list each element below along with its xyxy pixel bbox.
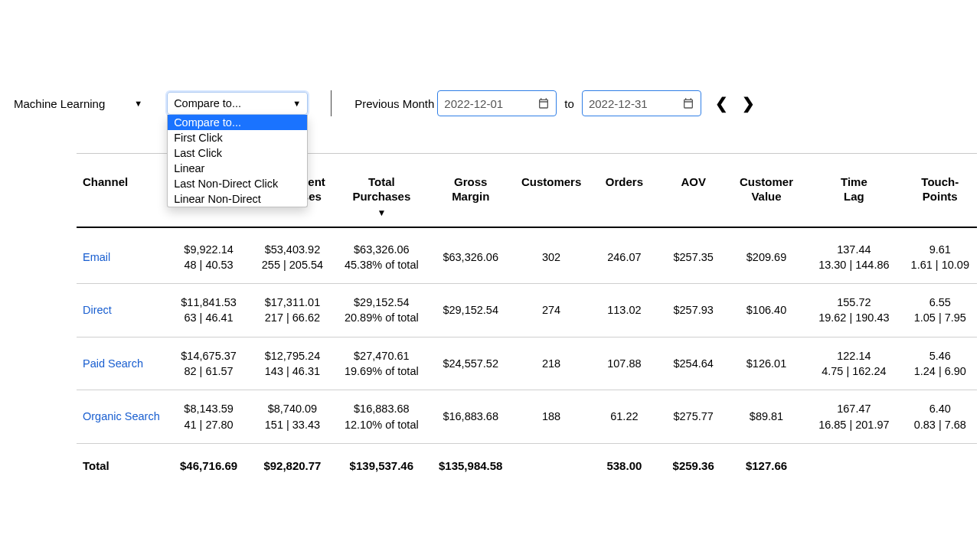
- total-purchases-cell: $16,883.6812.10% of total: [335, 390, 428, 444]
- date-to-input[interactable]: 2022-12-31: [582, 90, 701, 116]
- total-cell: $46,716.69: [167, 443, 250, 487]
- date-from-input[interactable]: 2022-12-01: [437, 90, 557, 116]
- total-cell: $135,984.58: [429, 443, 513, 487]
- previous-month-label: Previous Month: [354, 97, 434, 110]
- total-cell: $127.66: [728, 443, 805, 487]
- total-purchases-cell: $27,470.6119.69% of total: [335, 337, 428, 390]
- time-lag-cell: 167.4716.85 | 201.97: [805, 390, 903, 444]
- prev-period-button[interactable]: ❮: [715, 94, 728, 112]
- gross-margin-cell: $16,883.68: [429, 390, 513, 444]
- gross-margin-cell: $29,152.54: [429, 284, 513, 337]
- orders-cell: 113.02: [590, 284, 658, 337]
- subsequent-purchases-cell: $12,795.24143 | 46.31: [250, 337, 335, 390]
- customer-value-cell: $209.69: [728, 227, 805, 284]
- to-label: to: [564, 97, 574, 110]
- first-purchases-cell: $11,841.5363 | 46.41: [167, 284, 250, 337]
- column-header[interactable]: TotalPurchases▼: [335, 154, 428, 227]
- date-to-value: 2022-12-31: [589, 97, 648, 110]
- column-header[interactable]: TimeLag: [805, 154, 903, 227]
- first-purchases-cell: $14,675.3782 | 61.57: [167, 337, 250, 390]
- customers-cell: 274: [513, 284, 590, 337]
- subsequent-purchases-cell: $8,740.09151 | 33.43: [250, 390, 335, 444]
- separator: [331, 90, 332, 116]
- first-purchases-cell: $9,922.1448 | 40.53: [167, 227, 250, 284]
- aov-cell: $254.64: [659, 337, 728, 390]
- subsequent-purchases-cell: $17,311.01217 | 66.62: [250, 284, 335, 337]
- table-row: Organic Search$8,143.5941 | 27.80$8,740.…: [77, 390, 977, 444]
- aov-cell: $257.35: [659, 227, 728, 284]
- customers-cell: 218: [513, 337, 590, 390]
- orders-cell: 246.07: [590, 227, 658, 284]
- calendar-icon: [682, 97, 694, 109]
- time-lag-cell: 122.144.75 | 162.24: [805, 337, 903, 390]
- time-lag-cell: 137.4413.30 | 144.86: [805, 227, 903, 284]
- gross-margin-cell: $63,326.06: [429, 227, 513, 284]
- aov-cell: $275.77: [659, 390, 728, 444]
- next-period-button[interactable]: ❯: [742, 94, 755, 112]
- compare-dropdown: Compare to...First ClickLast ClickLinear…: [167, 115, 308, 207]
- channel-link[interactable]: Paid Search: [77, 337, 167, 390]
- column-header[interactable]: Channel: [77, 154, 167, 227]
- chevron-down-icon: ▼: [292, 99, 301, 108]
- compare-option[interactable]: Last Non-Direct Click: [168, 176, 307, 191]
- column-header[interactable]: CustomerValue: [728, 154, 805, 227]
- date-from-value: 2022-12-01: [444, 97, 503, 110]
- touchpoints-cell: 5.461.24 | 6.90: [903, 337, 977, 390]
- column-header[interactable]: GrossMargin: [429, 154, 513, 227]
- column-header[interactable]: AOV: [659, 154, 728, 227]
- total-cell: [513, 443, 590, 487]
- touchpoints-cell: 6.400.83 | 7.68: [903, 390, 977, 444]
- aov-cell: $257.93: [659, 284, 728, 337]
- total-cell: $92,820.77: [250, 443, 335, 487]
- column-header[interactable]: Orders: [590, 154, 658, 227]
- orders-cell: 107.88: [590, 337, 658, 390]
- touchpoints-cell: 6.551.05 | 7.95: [903, 284, 977, 337]
- chevron-down-icon: ▼: [134, 99, 142, 108]
- customers-cell: 302: [513, 227, 590, 284]
- orders-cell: 61.22: [590, 390, 658, 444]
- total-cell: $259.36: [659, 443, 728, 487]
- total-cell: $139,537.46: [335, 443, 428, 487]
- sort-desc-icon: ▼: [339, 207, 423, 219]
- customer-value-cell: $106.40: [728, 284, 805, 337]
- total-cell: Total: [77, 443, 167, 487]
- compare-option[interactable]: Linear: [168, 161, 307, 176]
- compare-option[interactable]: Compare to...: [168, 115, 307, 130]
- customer-value-cell: $89.81: [728, 390, 805, 444]
- model-select-label: Machine Learning: [14, 97, 105, 110]
- total-purchases-cell: $63,326.0645.38% of total: [335, 227, 428, 284]
- model-select[interactable]: Machine Learning ▼: [8, 93, 149, 115]
- gross-margin-cell: $24,557.52: [429, 337, 513, 390]
- controls-bar: Machine Learning ▼ Compare to... ▼ Compa…: [8, 90, 755, 116]
- column-header[interactable]: Touch-Points: [903, 154, 977, 227]
- table-row: Email$9,922.1448 | 40.53$53,403.92255 | …: [77, 227, 977, 284]
- compare-option[interactable]: Last Click: [168, 145, 307, 161]
- channel-link[interactable]: Email: [77, 227, 167, 284]
- table-row: Paid Search$14,675.3782 | 61.57$12,795.2…: [77, 337, 977, 390]
- compare-select-label: Compare to...: [174, 97, 241, 109]
- total-purchases-cell: $29,152.5420.89% of total: [335, 284, 428, 337]
- column-header[interactable]: Customers: [513, 154, 590, 227]
- total-cell: 538.00: [590, 443, 658, 487]
- compare-select[interactable]: Compare to... ▼: [167, 92, 308, 115]
- calendar-icon: [537, 97, 550, 109]
- total-cell: [903, 443, 977, 487]
- subsequent-purchases-cell: $53,403.92255 | 205.54: [250, 227, 335, 284]
- customers-cell: 188: [513, 390, 590, 444]
- touchpoints-cell: 9.611.61 | 10.09: [903, 227, 977, 284]
- total-cell: [805, 443, 903, 487]
- first-purchases-cell: $8,143.5941 | 27.80: [167, 390, 250, 444]
- compare-option[interactable]: First Click: [168, 130, 307, 145]
- time-lag-cell: 155.7219.62 | 190.43: [805, 284, 903, 337]
- customer-value-cell: $126.01: [728, 337, 805, 390]
- table-row: Direct$11,841.5363 | 46.41$17,311.01217 …: [77, 284, 977, 337]
- channel-link[interactable]: Direct: [77, 284, 167, 337]
- channel-link[interactable]: Organic Search: [77, 390, 167, 444]
- compare-option[interactable]: Linear Non-Direct: [168, 191, 307, 207]
